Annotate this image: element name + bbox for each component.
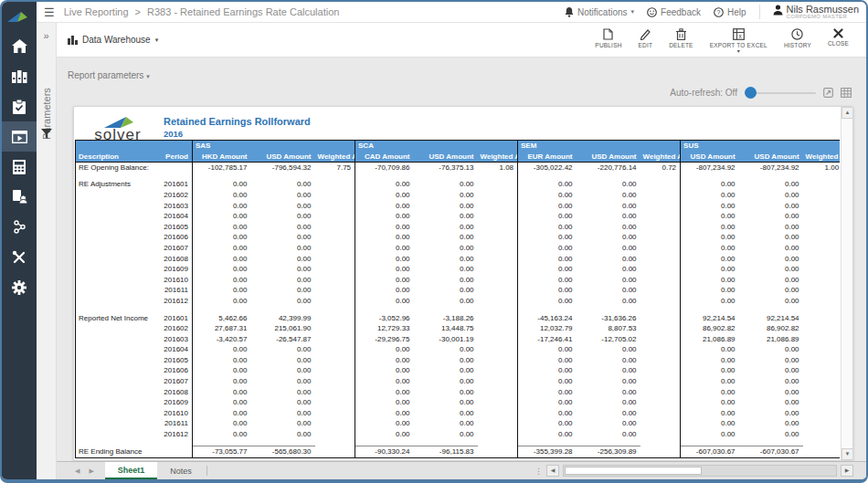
table-row: 2016120.000.000.000.000.000.000.000.00	[76, 429, 841, 440]
horizontal-scroll-track[interactable]	[563, 465, 837, 477]
solver-report-logo: solver	[85, 116, 151, 141]
group-header-sus: SUS	[681, 141, 840, 152]
table-row: 2016040.000.000.000.000.000.000.000.00	[76, 211, 841, 222]
column-header: USD Amount	[739, 152, 803, 163]
divider	[206, 466, 207, 476]
horizontal-scroll-thumb[interactable]	[565, 467, 702, 475]
clock-icon	[791, 28, 803, 40]
database-icon	[68, 35, 78, 45]
history-button[interactable]: HISTORY	[776, 25, 820, 50]
table-row: 2016080.000.000.000.000.000.000.000.00	[76, 253, 841, 264]
column-header: Weighted Avg	[803, 152, 840, 163]
filter-funnel-icon[interactable]	[41, 129, 52, 139]
tab-notes[interactable]: Notes	[157, 462, 205, 479]
sidebar-item-budgeting[interactable]	[2, 152, 37, 182]
tab-sheet1[interactable]: Sheet1	[105, 462, 158, 479]
report-table-container: SAS SCA SEM SUS Description Period HKD A…	[75, 140, 840, 460]
sidebar-item-report-binders[interactable]	[2, 61, 37, 91]
table-row: 2016030.000.000.000.000.000.000.000.00	[76, 200, 841, 211]
scroll-right-button[interactable]: ▶	[841, 465, 853, 477]
popout-icon[interactable]	[823, 88, 833, 98]
sidebar-item-home[interactable]	[2, 31, 37, 61]
next-sheet-icon[interactable]: ▶	[89, 467, 93, 475]
table-row	[76, 173, 841, 179]
app-window: » Parameters ☰ Live Reporting > R383 - R…	[0, 0, 868, 483]
grid-view-icon[interactable]	[841, 88, 852, 98]
expand-parameters-icon[interactable]: »	[37, 30, 56, 41]
vertical-scrollbar[interactable]: ▲ ▼	[841, 107, 852, 460]
table-row: 2016070.000.000.000.000.000.000.000.00	[76, 243, 841, 254]
scroll-down-button[interactable]: ▼	[842, 448, 853, 460]
notifications-label: Notifications	[577, 7, 627, 17]
column-header: Weighted Avg	[478, 152, 518, 163]
publish-button[interactable]: PUBLISH	[587, 25, 630, 50]
close-icon	[833, 28, 843, 38]
user-menu[interactable]: Nils Rasmussen CorpDemo Master	[773, 5, 859, 19]
divider	[759, 5, 760, 19]
scroll-left-button[interactable]: ◀	[546, 465, 559, 477]
sidebar-item-settings[interactable]	[2, 272, 37, 302]
chevron-down-icon: ▾	[155, 37, 159, 44]
sidebar-item-integrations[interactable]	[2, 212, 37, 242]
export-to-excel-button[interactable]: x EXPORT TO EXCEL ▾	[702, 25, 776, 55]
sidebar-item-administration[interactable]	[2, 242, 37, 272]
table-row: 2016090.000.000.000.000.000.000.000.00	[76, 397, 841, 408]
report-parameters-dropdown[interactable]: Report parameters ▾	[68, 70, 150, 80]
close-button[interactable]: CLOSE	[820, 25, 857, 48]
table-row: 2016070.000.000.000.000.000.000.000.00	[76, 376, 841, 387]
help-button[interactable]: ? Help	[714, 7, 746, 17]
column-header: Weighted Avg	[315, 152, 355, 163]
feedback-button[interactable]: Feedback	[647, 7, 701, 17]
previous-sheet-icon[interactable]: ◀	[75, 467, 79, 475]
table-row: 2016100.000.000.000.000.000.000.000.00	[76, 274, 841, 285]
group-header-sem: SEM	[518, 141, 681, 152]
tools-icon	[12, 250, 26, 265]
gear-icon	[12, 280, 26, 295]
delete-button[interactable]: DELETE	[661, 25, 702, 50]
column-header: Weighted Avg	[640, 152, 681, 163]
column-header-row: Description Period HKD Amount USD Amount…	[76, 152, 841, 163]
edit-button[interactable]: EDIT	[630, 25, 662, 50]
nodes-icon	[13, 220, 26, 234]
autorefresh-control: Auto-refresh: Off	[670, 87, 852, 99]
table-row: 2016020.000.000.000.000.000.000.000.00	[76, 190, 841, 201]
table-row: 2016080.000.000.000.000.000.000.000.00	[76, 386, 841, 397]
report-subtitle: 2016	[164, 129, 311, 139]
autorefresh-slider[interactable]	[745, 87, 816, 99]
calculator-icon	[13, 160, 26, 174]
table-row: 2016040.000.000.000.000.000.000.000.00	[76, 344, 841, 355]
notifications-button[interactable]: Notifications ▾	[565, 7, 634, 17]
hamburger-menu-icon[interactable]: ☰	[44, 5, 55, 19]
horizontal-scrollbar: ⋮ ◀ ▶	[535, 462, 866, 479]
table-row: 201603-3,420.57-26,547.87-29,296.75-30,0…	[76, 333, 841, 344]
scroll-up-button[interactable]: ▲	[842, 107, 853, 119]
report-toolbar: Data Warehouse ▾ PUBLISH EDIT DELETE x E…	[57, 23, 866, 58]
report-viewer-icon	[12, 131, 27, 143]
table-row: 2016060.000.000.000.000.000.000.000.00	[76, 232, 841, 243]
sidebar-item-data-import[interactable]	[2, 182, 37, 212]
sidebar	[2, 2, 37, 479]
slider-knob[interactable]	[745, 87, 757, 99]
pencil-icon	[640, 28, 651, 40]
person-icon	[773, 5, 783, 16]
data-warehouse-dropdown[interactable]: Data Warehouse ▾	[68, 35, 158, 45]
excel-icon: x	[733, 28, 745, 40]
table-row	[76, 306, 841, 312]
solver-logo-icon[interactable]	[2, 2, 37, 31]
action-buttons: PUBLISH EDIT DELETE x EXPORT TO EXCEL ▾ …	[587, 25, 866, 55]
clipboard-check-icon	[13, 100, 26, 114]
table-row: RE Opening Balance: 2016-102,785.17-796,…	[76, 163, 841, 173]
breadcrumb-section[interactable]: Live Reporting	[64, 6, 129, 17]
document-icon	[603, 28, 613, 40]
autorefresh-label: Auto-refresh: Off	[670, 88, 737, 98]
sidebar-item-tasks[interactable]	[2, 91, 37, 121]
column-header-description: Description	[76, 152, 151, 163]
breadcrumb-page: R383 - Retained Earnings Rate Calculatio…	[147, 6, 339, 17]
column-header: HKD Amount	[193, 152, 251, 163]
bell-icon	[565, 7, 574, 17]
group-header-sas: SAS	[193, 141, 355, 152]
table-row	[76, 439, 841, 446]
sidebar-item-report-viewer[interactable]	[2, 121, 37, 152]
scrollbar-splitter-handle[interactable]: ⋮	[535, 467, 543, 476]
column-header: USD Amount	[681, 152, 739, 163]
